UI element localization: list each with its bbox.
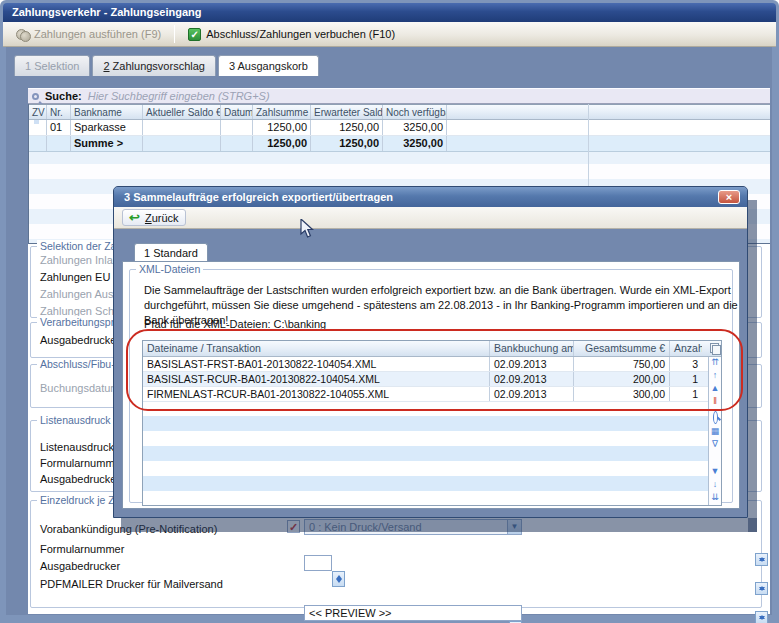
- sum-label: Summe >: [71, 136, 143, 151]
- row-spinner[interactable]: [755, 611, 768, 623]
- copy-grid-icon[interactable]: [710, 343, 720, 354]
- execute-payments-button[interactable]: Zahlungen ausführen (F9): [9, 24, 168, 44]
- sidebar-item-formularnummer-1[interactable]: Formularnummer: [40, 457, 124, 469]
- tab-ausgangskorb[interactable]: 3 Ausgangskorb: [218, 55, 319, 76]
- export-table-row[interactable]: FIRMENLAST-RCUR-BA01-20130822-104055.XML…: [143, 387, 721, 402]
- chart-icon[interactable]: ▦: [711, 426, 720, 439]
- scroll-bottom-icon[interactable]: ⇊: [711, 492, 719, 505]
- move-up-icon[interactable]: ▲: [711, 383, 720, 396]
- dialog-content: XML-Dateien Die Sammelaufträge der Lasts…: [122, 261, 740, 509]
- export-table-row[interactable]: BASISLAST-RCUR-BA01-20130822-104054.XML …: [143, 372, 721, 387]
- ausgabedrucker-value: << PREVIEW >>: [309, 607, 521, 619]
- xml-files-group-title: XML-Dateien: [136, 263, 203, 275]
- bank-table-row[interactable]: 01 Sparkasse 1250,00 1250,00 3250,00: [29, 120, 770, 136]
- cell-erwarteter-saldo: 1250,00: [311, 120, 383, 135]
- search-icon[interactable]: [713, 411, 718, 424]
- sum-noch-verfuegbar: 3250,00: [383, 136, 447, 151]
- dialog-title: 3 Sammelaufträge erfolgreich exportiert/…: [124, 191, 393, 203]
- cell-sum: 750,00: [574, 357, 670, 371]
- dialog-tab-label: 1 Standard: [144, 247, 198, 259]
- cell-file: BASISLAST-RCUR-BA01-20130822-104054.XML: [143, 372, 490, 386]
- col-noch-verfuegbar[interactable]: Noch verfügbar €: [383, 105, 447, 119]
- splitter-icon[interactable]: ‖: [713, 396, 717, 409]
- tab-zahlungsvorschlag[interactable]: 2 Zahlungsvorschlag: [92, 55, 216, 76]
- xml-files-group: XML-Dateien Die Sammelaufträge der Lasts…: [129, 269, 733, 503]
- col-nr[interactable]: Nr.: [47, 105, 71, 119]
- window-titlebar: Zahlungsverkehr - Zahlungseingang: [3, 3, 776, 22]
- sidebar-item-ausgabedrucker-1[interactable]: Ausgabedrucker: [40, 334, 120, 346]
- col-gesamtsumme[interactable]: Gesamtsumme €: [574, 341, 670, 356]
- col-datum[interactable]: Datum: [221, 105, 253, 119]
- cell-file: BASISLAST-FRST-BA01-20130822-104054.XML: [143, 357, 490, 371]
- book-payments-button[interactable]: ✓ Abschluss/Zahlungen verbuchen (F10): [181, 24, 402, 44]
- coins-icon: [16, 29, 29, 40]
- page-down-icon[interactable]: ↓: [713, 479, 718, 492]
- table-nav-strip: ⇈ ↑ ▲ ‖ ▦ ∇ ▼ ↓ ⇊: [708, 357, 721, 505]
- back-button[interactable]: ↩ Zurück: [122, 209, 186, 226]
- formularnummer-spinner[interactable]: [332, 571, 345, 587]
- col-bankbuchung[interactable]: Bankbuchung am: [490, 341, 574, 356]
- dialog-titlebar: 3 Sammelaufträge erfolgreich exportiert/…: [114, 187, 747, 207]
- sidebar-item-pdfmailer[interactable]: PDFMAILER Drucker für Mailversand: [40, 578, 223, 590]
- sidebar-item-ausgabedrucker-2[interactable]: Ausgabedrucker: [40, 473, 120, 485]
- search-label: Suche:: [45, 90, 82, 102]
- search-bar[interactable]: Suche: Hier Suchbegriff eingeben (STRG+S…: [28, 88, 770, 104]
- sidebar-item-zahlungen-eu[interactable]: Zahlungen EU: [40, 271, 110, 283]
- xml-path: Pfad für die XML-Dateien: C:\banking: [144, 318, 326, 330]
- cell-count: 1: [670, 387, 702, 401]
- col-dateiname[interactable]: Dateiname / Transaktion: [143, 341, 490, 356]
- cell-date: 02.09.2013: [490, 357, 574, 371]
- sidebar-item-ausgabedrucker-3[interactable]: Ausgabedrucker: [40, 560, 120, 572]
- tab-selektion-label: 1 Selektion: [25, 60, 79, 72]
- col-zahlsumme[interactable]: Zahlsumme €: [253, 105, 311, 119]
- dialog-tab-standard[interactable]: 1 Standard: [134, 243, 208, 262]
- cell-sum: 200,00: [574, 372, 670, 386]
- cell-file: FIRMENLAST-RCUR-BA01-20130822-104055.XML: [143, 387, 490, 401]
- cell-datum: [221, 120, 253, 135]
- export-dialog: 3 Sammelaufträge erfolgreich exportiert/…: [113, 186, 748, 518]
- cell-date: 02.09.2013: [490, 372, 574, 386]
- dialog-shadow: [121, 518, 757, 532]
- book-check-icon: ✓: [188, 28, 201, 41]
- filter-icon[interactable]: ∇: [712, 439, 718, 452]
- col-filler: [447, 105, 770, 119]
- row-spinner[interactable]: [755, 553, 768, 566]
- col-anzahl[interactable]: Anzah: [670, 341, 702, 356]
- col-erwarteter-saldo[interactable]: Erwarteter Saldo €: [311, 105, 383, 119]
- ausgabedrucker-dropdown[interactable]: << PREVIEW >>: [304, 605, 522, 621]
- cell-count: 1: [670, 372, 702, 386]
- sum-erwarteter-saldo: 1250,00: [311, 136, 383, 151]
- search-input[interactable]: Hier Suchbegriff eingeben (STRG+S): [88, 90, 270, 102]
- export-table-header: Dateiname / Transaktion Bankbuchung am G…: [143, 341, 721, 357]
- dialog-toolbar: ↩ Zurück: [114, 207, 747, 229]
- search-icon: [32, 93, 39, 100]
- sum-zahlsumme: 1250,00: [253, 136, 311, 151]
- window-title: Zahlungsverkehr - Zahlungseingang: [12, 6, 201, 18]
- sidebar-item-formularnummer-2[interactable]: Formularnummer: [40, 543, 124, 555]
- application-window: Zahlungsverkehr - Zahlungseingang Zahlun…: [0, 0, 779, 623]
- export-table-row[interactable]: BASISLAST-FRST-BA01-20130822-104054.XML …: [143, 357, 721, 372]
- bank-table-sum-row: Summe > 1250,00 1250,00 3250,00: [29, 136, 770, 152]
- cell-zahlsumme: 1250,00: [253, 120, 311, 135]
- back-arrow-icon: ↩: [129, 211, 140, 224]
- execute-payments-label: Zahlungen ausführen (F9): [34, 28, 161, 40]
- col-zv[interactable]: ZV: [29, 105, 47, 119]
- page-up-icon[interactable]: ↑: [713, 370, 718, 383]
- cell-bankname: Sparkasse: [71, 120, 143, 135]
- main-toolbar: Zahlungen ausführen (F9) ✓ Abschluss/Zah…: [3, 22, 776, 47]
- dialog-close-button[interactable]: ×: [718, 190, 740, 204]
- tab-selektion[interactable]: 1 Selektion: [14, 55, 90, 76]
- move-down-icon[interactable]: ▼: [711, 466, 720, 479]
- main-tabs: 1 Selektion 2 Zahlungsvorschlag 3 Ausgan…: [14, 55, 319, 76]
- col-aktueller-saldo[interactable]: Aktueller Saldo €: [143, 105, 221, 119]
- col-bankname[interactable]: Bankname: [71, 105, 143, 119]
- cell-count: 3: [670, 357, 702, 371]
- formularnummer-input[interactable]: [304, 555, 332, 571]
- export-files-table: Dateiname / Transaktion Bankbuchung am G…: [142, 340, 722, 506]
- scroll-top-icon[interactable]: ⇈: [711, 357, 719, 370]
- back-button-label: Zurück: [145, 212, 179, 224]
- cell-date: 02.09.2013: [490, 387, 574, 401]
- row-spinner[interactable]: [755, 582, 768, 595]
- tab-ausgangskorb-label: 3 Ausgangskorb: [229, 60, 308, 72]
- book-payments-label: Abschluss/Zahlungen verbuchen (F10): [206, 28, 395, 40]
